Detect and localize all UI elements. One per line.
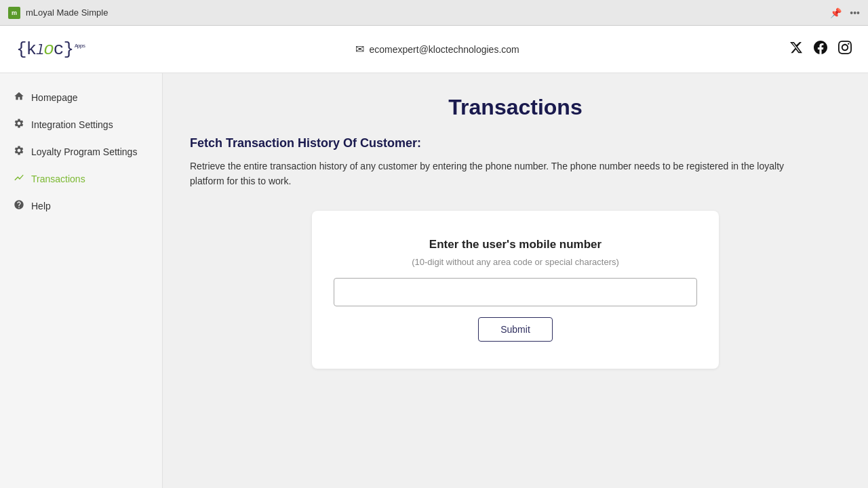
mobile-number-card: Enter the user's mobile number (10-digit… [312, 211, 719, 369]
section-description: Retrieve the entire transaction history … [190, 159, 800, 189]
instagram-icon[interactable] [838, 41, 852, 58]
card-sublabel: (10-digit without any area code or speci… [412, 257, 619, 267]
browser-favicon: m [8, 7, 20, 19]
sidebar-label-loyalty-program-settings: Loyalty Program Settings [31, 146, 137, 157]
browser-tab-title: mLoyal Made Simple [26, 7, 108, 18]
browser-bar-right: 📌 ••• [830, 7, 860, 18]
sidebar: Homepage Integration Settings Loyalty Pr… [0, 73, 163, 488]
logo-text: {kloc}Apps [16, 39, 85, 60]
app-header: {kloc}Apps ✉ ecomexpert@kloctechnologies… [0, 26, 868, 73]
header-email: ✉ ecomexpert@kloctechnologies.com [355, 43, 519, 56]
transactions-icon [14, 172, 24, 186]
main-layout: Homepage Integration Settings Loyalty Pr… [0, 73, 868, 488]
sidebar-label-homepage: Homepage [31, 92, 78, 103]
browser-bar-left: m mLoyal Made Simple [8, 7, 108, 19]
sidebar-item-help[interactable]: Help [0, 192, 162, 220]
home-icon [14, 91, 24, 104]
sidebar-label-transactions: Transactions [31, 174, 85, 184]
sidebar-label-integration-settings: Integration Settings [31, 119, 113, 130]
sidebar-label-help: Help [31, 201, 51, 211]
email-icon: ✉ [355, 43, 364, 56]
logo: {kloc}Apps [16, 39, 85, 60]
sidebar-item-homepage[interactable]: Homepage [0, 84, 162, 111]
sidebar-item-transactions[interactable]: Transactions [0, 165, 162, 192]
browser-bar: m mLoyal Made Simple 📌 ••• [0, 0, 868, 26]
section-heading: Fetch Transaction History Of Customer: [190, 136, 841, 150]
page-title: Transactions [190, 95, 841, 120]
email-address: ecomexpert@kloctechnologies.com [370, 44, 519, 55]
help-icon [14, 199, 24, 213]
sidebar-item-loyalty-program-settings[interactable]: Loyalty Program Settings [0, 138, 162, 165]
gear-icon-loyalty [14, 145, 24, 159]
facebook-icon[interactable] [814, 41, 827, 58]
pin-icon[interactable]: 📌 [830, 7, 842, 18]
main-content: Transactions Fetch Transaction History O… [163, 73, 868, 488]
more-options-icon[interactable]: ••• [850, 7, 860, 18]
header-social [789, 41, 852, 58]
submit-button[interactable]: Submit [478, 317, 553, 342]
twitter-icon[interactable] [789, 41, 803, 58]
sidebar-item-integration-settings[interactable]: Integration Settings [0, 111, 162, 138]
gear-icon-integration [14, 118, 24, 131]
mobile-number-input[interactable] [334, 278, 697, 306]
card-label: Enter the user's mobile number [429, 238, 601, 251]
